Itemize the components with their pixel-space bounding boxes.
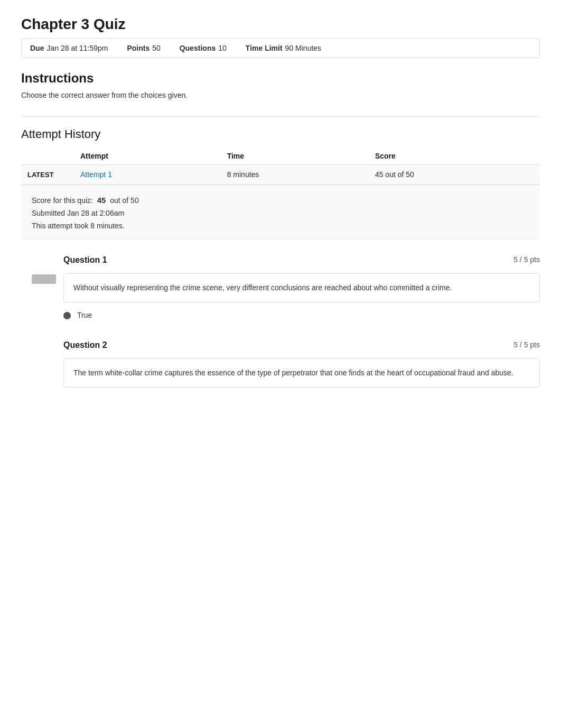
question-1-title: Question 1 (63, 255, 107, 265)
score-submitted: Submitted Jan 28 at 2:06am (32, 207, 529, 220)
attempt-table: Attempt Time Score LATEST Attempt 1 8 mi… (21, 148, 540, 185)
questions-value: 10 (218, 44, 227, 52)
due-value: Jan 28 at 11:59pm (46, 44, 108, 52)
meta-due: Due Jan 28 at 11:59pm (30, 44, 108, 52)
sidebar-indicator-1 (32, 274, 56, 284)
question-1-pts: 5 / 5 pts (513, 255, 540, 264)
attempt-link[interactable]: Attempt 1 (80, 170, 112, 179)
latest-badge: LATEST (27, 171, 54, 179)
time-limit-label: Time Limit (246, 44, 283, 52)
score-summary-line1: Score for this quiz: 45 out of 50 (32, 193, 529, 207)
question-1-block: Question 1 5 / 5 pts Without visually re… (21, 255, 540, 319)
col-attempt-header: Attempt (74, 148, 221, 165)
score-value: 45 (97, 196, 106, 205)
score-summary-label: Score for this quiz: (32, 196, 93, 205)
table-row: LATEST Attempt 1 8 minutes 45 out of 50 (21, 165, 540, 185)
question-2-pts: 5 / 5 pts (513, 340, 540, 349)
question-2-title: Question 2 (63, 340, 107, 350)
attempt-history-title: Attempt History (21, 127, 540, 141)
points-label: Points (127, 44, 149, 52)
meta-time-limit: Time Limit 90 Minutes (246, 44, 321, 52)
col-time-header: Time (221, 148, 369, 165)
question-2-content-box: The term white-collar crime captures the… (63, 358, 540, 388)
question-1-answer: True (77, 311, 92, 319)
attempt-score: 45 out of 50 (369, 165, 540, 185)
time-limit-value: 90 Minutes (285, 44, 321, 52)
question-1-answer-row: True (63, 311, 540, 319)
question-2-block: Question 2 5 / 5 pts The term white-coll… (21, 340, 540, 388)
score-suffix: out of 50 (110, 196, 139, 205)
question-1-content-box: Without visually representing the crime … (63, 273, 540, 302)
section-divider (21, 116, 540, 117)
points-value: 50 (152, 44, 161, 52)
question-1-header: Question 1 5 / 5 pts (63, 255, 540, 265)
questions-section: Question 1 5 / 5 pts Without visually re… (21, 255, 540, 388)
question-1-text: Without visually representing the crime … (73, 282, 530, 293)
question-2-header: Question 2 5 / 5 pts (63, 340, 540, 350)
score-summary-box: Score for this quiz: 45 out of 50 Submit… (21, 185, 540, 241)
col-score-header: Score (369, 148, 540, 165)
instructions-text: Choose the correct answer from the choic… (21, 91, 540, 99)
questions-label: Questions (180, 44, 216, 52)
col-empty (21, 148, 74, 165)
score-duration: This attempt took 8 minutes. (32, 220, 529, 233)
question-2-text: The term white-collar crime captures the… (73, 367, 530, 379)
meta-questions: Questions 10 (180, 44, 227, 52)
radio-selected-icon (63, 312, 71, 319)
meta-points: Points 50 (127, 44, 160, 52)
quiz-title: Chapter 3 Quiz (21, 16, 540, 33)
due-label: Due (30, 44, 44, 52)
attempt-time: 8 minutes (221, 165, 369, 185)
instructions-heading: Instructions (21, 71, 540, 86)
quiz-meta-bar: Due Jan 28 at 11:59pm Points 50 Question… (21, 38, 540, 58)
